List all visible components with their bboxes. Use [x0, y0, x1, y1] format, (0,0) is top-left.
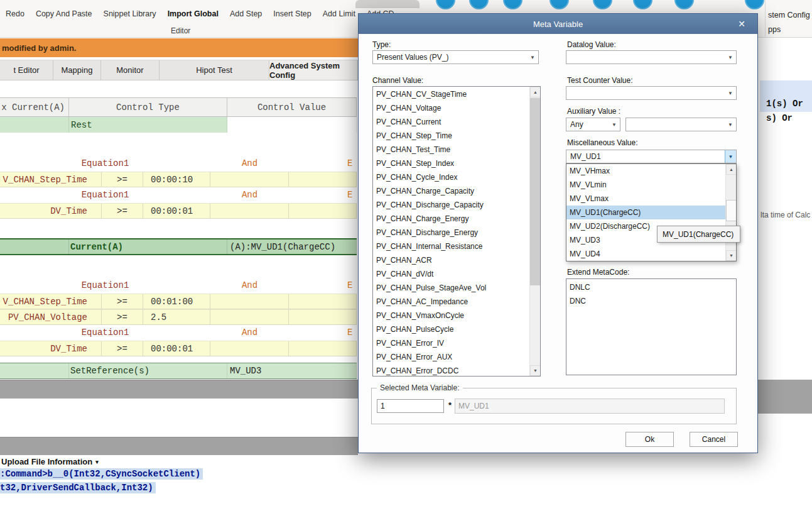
app-icon[interactable] — [593, 0, 612, 9]
main-tab[interactable]: t Editor — [0, 60, 53, 80]
auxiliary-any-select[interactable]: Any ▼ — [566, 118, 620, 131]
channel-list-item[interactable]: PV_CHAN_Internal_Resistance — [373, 239, 529, 253]
setreference-row[interactable]: SetReference(s) MV_UD3 — [0, 363, 357, 379]
channel-list-item[interactable]: PV_CHAN_Discharge_Capacity — [373, 198, 529, 212]
scroll-up-icon[interactable]: ▲ — [726, 164, 737, 175]
channel-list-item[interactable]: PV_CHAN_Step_Time — [373, 129, 529, 143]
ok-button[interactable]: Ok — [625, 432, 674, 447]
miscellaneous-value-label: Miscellaneous Value: — [567, 138, 638, 147]
scroll-down-icon[interactable]: ▼ — [726, 250, 737, 261]
auxiliary-value-select[interactable]: ▼ — [625, 118, 737, 131]
channel-list-item[interactable]: PV_CHAN_Current — [373, 115, 529, 129]
setreference-value: MV_UD3 — [227, 363, 357, 378]
type-select[interactable]: Present Values (PV_) ▼ — [372, 50, 539, 64]
test-counter-select[interactable]: ▼ — [566, 86, 737, 100]
toolbar-button[interactable]: Copy And Paste — [30, 9, 98, 18]
equation-row[interactable]: Equation1 And E — [0, 278, 357, 294]
condition-row[interactable]: DV_Time >= 00:00:01 — [0, 341, 357, 356]
extend-metacode-item[interactable]: DNC — [566, 294, 735, 308]
rest-step-row[interactable]: Rest — [0, 117, 357, 133]
app-icon[interactable] — [745, 0, 764, 9]
channel-list-item[interactable]: PV_CHAN_ACR — [373, 253, 529, 267]
condition-row[interactable]: DV_Time >= 00:00:01 — [0, 203, 357, 219]
main-tab[interactable]: Hipot Test — [160, 60, 269, 80]
channel-list-item[interactable]: PV_CHAN_PulseCycle — [373, 322, 529, 336]
toolbar-button[interactable]: Redo — [0, 9, 30, 18]
condition-empty-cell — [210, 294, 289, 309]
chevron-down-icon: ▼ — [725, 118, 736, 131]
scroll-up-icon[interactable]: ▲ — [530, 87, 541, 97]
app-icon[interactable] — [674, 0, 694, 9]
channel-list-item[interactable]: PV_CHAN_VmaxOnCycle — [373, 309, 529, 322]
grid-header-row: x Current(A) Control Type Control Value — [0, 97, 357, 117]
equation-label: Equation1 — [0, 187, 210, 203]
popup-scrollbar[interactable]: ▲ ▼ — [725, 164, 736, 261]
type-label: Type: — [372, 40, 391, 49]
channel-list-item[interactable]: PV_CHAN_dV/dt — [373, 267, 529, 281]
toolbar-button[interactable]: Insert Step — [268, 9, 317, 18]
toolbar-items: RedoCopy And PasteSnippet LibraryImport … — [0, 9, 400, 18]
miscellaneous-options: MV_VHmaxMV_VLminMV_VLmaxMV_UD1(ChargeCC)… — [566, 164, 725, 261]
meta-name-field[interactable]: MV_UD1 — [455, 399, 725, 414]
rest-value-cell — [227, 117, 357, 133]
condition-row[interactable]: V_CHAN_Step_Time >= 00:00:10 — [0, 172, 357, 187]
main-tab[interactable]: Monitor — [101, 60, 160, 80]
app-icon[interactable] — [503, 0, 522, 9]
right-panel-fragment: 1(s) Or — [766, 99, 803, 109]
close-icon[interactable]: ✕ — [735, 18, 749, 30]
extend-metacode-listbox: DNLCDNC — [566, 278, 737, 375]
chevron-down-icon: ▼ — [725, 51, 736, 63]
miscellaneous-value-combobox[interactable]: MV_UD1 ▼ — [566, 150, 737, 163]
channel-value-listbox: PV_CHAN_CV_StageTimePV_CHAN_VoltagePV_CH… — [372, 86, 541, 377]
channel-list-item[interactable]: PV_CHAN_AC_Impedance — [373, 295, 529, 309]
scrollbar-thumb[interactable] — [530, 98, 541, 285]
upload-file-information-toggle[interactable]: Upload File Information ▾ — [1, 457, 99, 466]
channel-list-item[interactable]: PV_CHAN_Step_Index — [373, 157, 529, 170]
equation-label: Equation1 — [0, 278, 210, 294]
channel-list-item[interactable]: PV_CHAN_Error_DCDC — [373, 364, 529, 375]
channel-list-item[interactable]: PV_CHAN_Charge_Energy — [373, 212, 529, 226]
toolbar-button[interactable]: Add Limit — [317, 9, 361, 18]
channel-list-item[interactable]: PV_CHAN_CV_StageTime — [373, 87, 529, 101]
equation-row[interactable]: Equation1 And E — [0, 187, 357, 203]
condition-row[interactable]: V_CHAN_Step_Time >= 00:01:00 — [0, 294, 357, 309]
condition-row[interactable]: PV_CHAN_Voltage >= 2.5 — [0, 309, 357, 325]
dropdown-option[interactable]: MV_VLmin — [566, 178, 725, 192]
equation-row[interactable]: Equation1 And E — [0, 325, 357, 341]
app-icon[interactable] — [469, 0, 489, 9]
channel-list-item[interactable]: PV_CHAN_Voltage — [373, 101, 529, 115]
channel-list-item[interactable]: PV_CHAN_Cycle_Index — [373, 170, 529, 184]
ribbon-tab-apps[interactable]: pps — [768, 25, 781, 34]
toolbar-button[interactable]: Add Step — [224, 9, 268, 18]
current-step-row[interactable]: Current(A) (A):MV_UD1(ChargeCC) — [0, 238, 357, 255]
ribbon-tab-system-config[interactable]: stem Config — [768, 11, 810, 19]
dropdown-option[interactable]: MV_UD1(ChargeCC) — [566, 206, 725, 219]
channel-list-item[interactable]: PV_CHAN_Error_IV — [373, 336, 529, 350]
dropdown-option[interactable]: MV_VHmax — [566, 164, 725, 178]
channel-list-item[interactable]: PV_CHAN_Test_Time — [373, 143, 529, 157]
divider-band — [0, 437, 358, 455]
datalog-value-select[interactable]: ▼ — [566, 50, 737, 64]
rest-type-cell: Rest — [69, 117, 227, 133]
extend-metacode-item[interactable]: DNLC — [566, 280, 735, 294]
channel-list-item[interactable]: PV_CHAN_Pulse_StageAve_Vol — [373, 281, 529, 295]
app-icon[interactable] — [633, 0, 652, 9]
channel-list-item[interactable]: PV_CHAN_Error_AUX — [373, 350, 529, 364]
app-icon[interactable] — [436, 0, 455, 9]
dropdown-option[interactable]: MV_VLmax — [566, 192, 725, 206]
cancel-button[interactable]: Cancel — [690, 432, 738, 447]
dropdown-option[interactable]: MV_UD4 — [566, 247, 725, 261]
upload-file-information-label: Upload File Information — [1, 457, 92, 466]
channel-list-item[interactable]: PV_CHAN_Discharge_Energy — [373, 226, 529, 239]
meta-count-field[interactable]: 1 — [377, 399, 444, 413]
main-tab[interactable]: Advanced System Config — [269, 60, 358, 80]
app-icon[interactable] — [549, 0, 569, 9]
channel-list-item[interactable]: PV_CHAN_Charge_Capacity — [373, 184, 529, 198]
toolbar-button[interactable]: Import Global — [162, 9, 224, 18]
main-tab[interactable]: Mapping — [53, 60, 101, 80]
scroll-down-icon[interactable]: ▼ — [530, 365, 541, 376]
channel-scrollbar[interactable]: ▲ ▼ — [529, 87, 540, 376]
equation-row[interactable]: Equation1 And E — [0, 156, 357, 172]
toolbar-button[interactable]: Snippet Library — [98, 9, 162, 18]
scrollbar-thumb[interactable] — [726, 200, 737, 221]
